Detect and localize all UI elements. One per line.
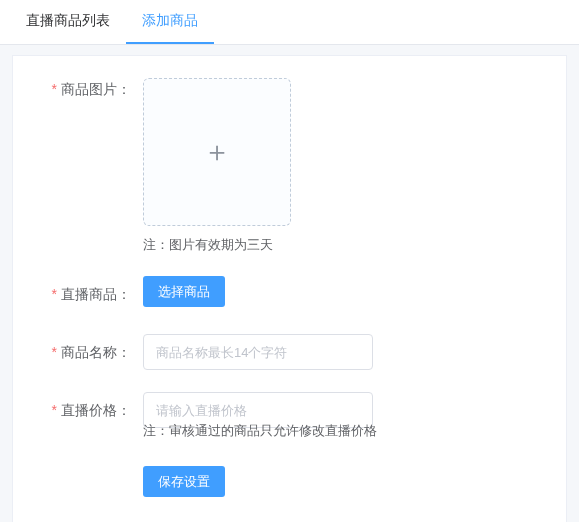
tab-product-list[interactable]: 直播商品列表 (10, 0, 126, 44)
field-live-product: 选择商品 (143, 276, 546, 307)
label-product-image: *商品图片： (33, 78, 143, 96)
plus-icon: ＋ (203, 138, 231, 166)
required-mark: * (52, 81, 57, 97)
field-product-image: ＋ 注：图片有效期为三天 (143, 78, 546, 254)
select-product-button[interactable]: 选择商品 (143, 276, 225, 307)
label-live-price: *直播价格： (33, 392, 143, 428)
tab-add-product[interactable]: 添加商品 (126, 0, 214, 44)
save-button[interactable]: 保存设置 (143, 466, 225, 497)
form-panel: *商品图片： ＋ 注：图片有效期为三天 *直播商品： 选择商品 *商品名称： (12, 55, 567, 522)
row-product-name: *商品名称： (33, 334, 546, 370)
required-mark: * (52, 402, 57, 418)
product-name-input[interactable] (143, 334, 373, 370)
image-note: 注：图片有效期为三天 (143, 236, 546, 254)
label-text: 直播价格： (61, 402, 131, 418)
label-live-product: *直播商品： (33, 276, 143, 312)
tabs: 直播商品列表 添加商品 (0, 0, 579, 45)
required-mark: * (52, 286, 57, 302)
row-product-image: *商品图片： ＋ 注：图片有效期为三天 (33, 78, 546, 254)
row-live-product: *直播商品： 选择商品 (33, 276, 546, 312)
content-wrap: *商品图片： ＋ 注：图片有效期为三天 *直播商品： 选择商品 *商品名称： (0, 45, 579, 522)
image-upload-box[interactable]: ＋ (143, 78, 291, 226)
label-text: 直播商品： (61, 286, 131, 302)
field-product-name (143, 334, 546, 370)
submit-row: 保存设置 (143, 466, 546, 497)
label-text: 商品名称： (61, 344, 131, 360)
label-product-name: *商品名称： (33, 334, 143, 370)
label-text: 商品图片： (61, 81, 131, 97)
required-mark: * (52, 344, 57, 360)
